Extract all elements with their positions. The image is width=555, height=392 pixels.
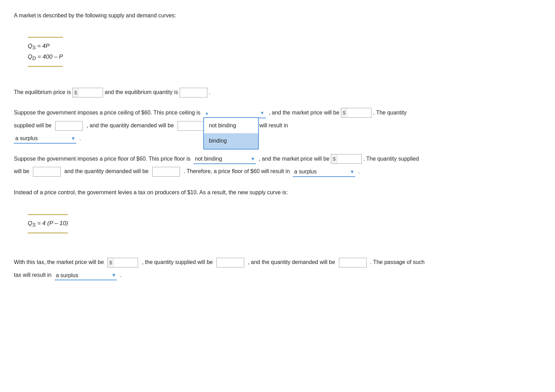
formula-block-1: QS = 4P QD = 400 – P <box>28 37 63 67</box>
ceiling-paragraph-3: a surplus a shortage no effect ▼ . <box>14 133 541 144</box>
equilibrium-period: . <box>209 89 210 95</box>
qd-eq: = 400 – P <box>36 53 63 60</box>
tax-paragraph-2: tax will result in a surplus a shortage … <box>14 270 541 281</box>
ceiling-demanded-input[interactable] <box>178 121 205 131</box>
tax-price-input-wrap[interactable]: $ <box>108 258 138 267</box>
equilibrium-text2: and the equilibrium quantity is <box>105 89 178 95</box>
ceiling-text4: supplied will be <box>14 122 52 128</box>
ceiling-binding-dropdown-menu: not binding binding <box>203 117 259 150</box>
ceiling-result-dropdown[interactable]: a surplus a shortage no effect <box>14 134 76 144</box>
ceiling-text5: , and the quantity demanded will be <box>86 122 174 128</box>
intro-text: A market is described by the following s… <box>14 10 541 21</box>
ceiling-binding-dropdown-container[interactable]: ▲ ▼ not binding binding <box>203 108 266 118</box>
tax-intro-text: Instead of a price control, the governme… <box>14 187 541 198</box>
tax-period: . <box>120 272 121 278</box>
tax-supplied-input[interactable] <box>216 258 244 267</box>
floor-text5: and the quantity demanded will be <box>64 168 148 174</box>
floor-supplied-input[interactable] <box>33 167 61 177</box>
ceiling-result-dropdown-wrap[interactable]: a surplus a shortage no effect ▼ <box>14 133 76 144</box>
floor-result-dropdown[interactable]: a surplus a shortage no effect <box>293 167 355 177</box>
tax-paragraph-1: With this tax, the market price will be … <box>14 257 541 267</box>
floor-demanded-input[interactable] <box>152 167 180 177</box>
ceiling-price-input[interactable] <box>347 108 371 117</box>
formula2-qs-line: QS = 4 (P – 10) <box>28 219 68 229</box>
ceiling-dropdown-arrow-up: ▲ <box>205 109 209 117</box>
tax-result-dropdown[interactable]: a surplus a shortage deadweight loss <box>54 271 117 280</box>
formula-qs-line: QS = 4P <box>28 41 63 52</box>
floor-text6: . Therefore, a price floor of $60 will r… <box>183 168 290 174</box>
tax-text1: With this tax, the market price will be <box>14 259 104 265</box>
ceiling-option-binding[interactable]: binding <box>204 133 258 148</box>
dollar-sign-3: $ <box>331 154 337 163</box>
floor-text2: , and the market price will be <box>259 156 330 162</box>
ceiling-text2: , and the market price will be <box>269 110 340 116</box>
formula2-qs-eq: = 4 (P – 10) <box>36 220 68 227</box>
floor-price-input[interactable] <box>337 154 361 163</box>
ceiling-supplied-input[interactable] <box>55 121 83 131</box>
equilibrium-paragraph: The equilibrium price is $ and the equil… <box>14 87 541 97</box>
qs-eq: = 4P <box>36 43 50 49</box>
ceiling-text3: . The quantity <box>373 110 407 116</box>
floor-paragraph-1: Suppose the government imposes a price f… <box>14 154 541 164</box>
dollar-sign-4: $ <box>108 258 113 267</box>
floor-binding-dropdown-wrap[interactable]: not binding binding ▼ <box>194 154 256 164</box>
floor-result-dropdown-wrap[interactable]: a surplus a shortage no effect ▼ <box>293 167 355 177</box>
equilibrium-text1: The equilibrium price is <box>14 89 71 95</box>
floor-paragraph-2: will be and the quantity demanded will b… <box>14 166 541 177</box>
floor-binding-dropdown[interactable]: not binding binding <box>194 154 256 164</box>
ceiling-result-period: . <box>79 135 80 141</box>
equilibrium-quantity-input[interactable] <box>180 88 207 97</box>
tax-text4: . The passage of such <box>370 259 425 265</box>
ceiling-text1: Suppose the government imposes a price c… <box>14 110 200 116</box>
floor-period: . <box>358 168 360 174</box>
tax-text5: tax will result in <box>14 272 51 278</box>
floor-price-input-wrap[interactable]: $ <box>331 154 361 164</box>
equilibrium-price-input-wrap[interactable]: $ <box>72 88 103 97</box>
tax-text3: , and the quantity demanded will be <box>248 259 335 265</box>
ceiling-price-input-wrap[interactable]: $ <box>341 108 372 118</box>
ceiling-option-not-binding[interactable]: not binding <box>204 118 258 133</box>
dollar-sign-2: $ <box>341 108 347 117</box>
floor-text4: will be <box>14 168 29 174</box>
dollar-sign-1: $ <box>73 88 78 97</box>
equilibrium-price-input[interactable] <box>78 88 103 97</box>
tax-text2: , the quantity supplied will be <box>142 259 213 265</box>
qs-symbol: QS <box>28 43 36 49</box>
formula2-qs-symbol: QS <box>28 220 36 227</box>
tax-result-dropdown-wrap[interactable]: a surplus a shortage deadweight loss ▼ <box>54 270 117 280</box>
floor-text3: . The quantity supplied <box>363 156 419 162</box>
floor-text1: Suppose the government imposes a price f… <box>14 156 190 162</box>
ceiling-paragraph-2: supplied will be , and the quantity dema… <box>14 120 541 131</box>
tax-price-input[interactable] <box>113 258 138 267</box>
ceiling-dropdown-arrow-down: ▼ <box>260 109 264 118</box>
qd-symbol: QD <box>28 53 36 60</box>
tax-demanded-input[interactable] <box>339 258 367 267</box>
ceiling-paragraph-1: Suppose the government imposes a price c… <box>14 108 541 118</box>
formula-block-2: QS = 4 (P – 10) <box>28 214 68 233</box>
formula-qd-line: QD = 400 – P <box>28 52 63 62</box>
